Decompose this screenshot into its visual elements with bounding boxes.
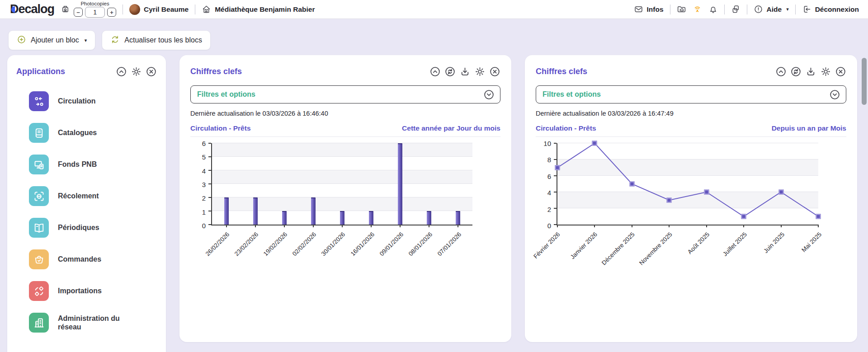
photocopies-increment-button[interactable]: + xyxy=(107,8,116,17)
caret-down-icon: ▾ xyxy=(786,6,789,12)
app-item-admin-reseau[interactable]: Administration du réseau xyxy=(16,307,157,338)
chart-period-selector[interactable]: Cette année par Jour du mois xyxy=(402,124,500,132)
link-icon[interactable] xyxy=(731,5,741,14)
infos-button[interactable]: Infos xyxy=(634,5,664,14)
app-item-recolement[interactable]: Récolement xyxy=(16,180,157,212)
bell-icon[interactable] xyxy=(708,5,718,14)
app-item-catalogues[interactable]: Catalogues xyxy=(16,117,157,149)
logout-icon xyxy=(802,5,811,14)
bar-02/02/2026[interactable] xyxy=(311,197,316,225)
app-item-periodiques[interactable]: Périodiques xyxy=(16,212,157,244)
current-user[interactable]: Cyril Beaume xyxy=(129,4,189,15)
y-tick xyxy=(554,143,557,144)
broadcast-icon[interactable] xyxy=(693,5,702,14)
app-item-label: Catalogues xyxy=(58,128,97,137)
point-Novembre 2025[interactable] xyxy=(667,198,672,203)
scrollbar-thumb[interactable] xyxy=(862,58,867,105)
panel-title: Chiffres clefs xyxy=(536,67,587,76)
deconnexion-button[interactable]: Déconnexion xyxy=(802,5,859,14)
decalog-logo[interactable]: Decalog xyxy=(9,2,54,16)
gridline xyxy=(212,143,472,143)
deconnexion-label: Déconnexion xyxy=(815,5,859,14)
chart-series-label: Circulation - Prêts xyxy=(536,124,596,132)
collapse-icon[interactable] xyxy=(775,66,787,77)
y-tick-label: 3 xyxy=(202,181,206,188)
chevron-down-icon xyxy=(829,89,840,100)
bar-26/02/2026[interactable] xyxy=(224,197,229,225)
bar-23/02/2026[interactable] xyxy=(253,197,258,225)
filters-accordion[interactable]: Filtres et options xyxy=(536,85,846,103)
collapse-icon[interactable] xyxy=(429,66,441,77)
refresh-all-blocks-button[interactable]: Actualiser tous les blocs xyxy=(102,30,211,50)
app-item-label: Circulation xyxy=(58,97,96,105)
refresh-circle-icon[interactable] xyxy=(790,66,802,77)
y-tick xyxy=(554,192,557,192)
settings-icon[interactable] xyxy=(474,66,486,77)
close-icon[interactable] xyxy=(146,66,157,77)
point-Août 2025[interactable] xyxy=(704,190,709,195)
y-tick-label: 2 xyxy=(202,194,206,202)
x-tick-label: 09/01/2026 xyxy=(378,231,405,257)
alert-circle-icon xyxy=(754,5,763,14)
filters-label: Filtres et options xyxy=(542,90,601,99)
app-item-importations[interactable]: Importations xyxy=(16,275,157,307)
close-icon[interactable] xyxy=(835,66,846,77)
bar-09/01/2026[interactable] xyxy=(398,143,402,225)
photocopies-stepper: Photocopies − + xyxy=(61,1,116,18)
x-tick-label: 30/01/2026 xyxy=(320,231,346,257)
app-item-label: Récolement xyxy=(58,192,99,200)
library-name: Médiathèque Benjamin Rabier xyxy=(215,5,315,14)
app-item-fonds-pnb[interactable]: Fonds PNB xyxy=(16,149,157,180)
point-Janvier 2026[interactable] xyxy=(592,141,597,146)
bar-16/01/2026[interactable] xyxy=(369,211,373,225)
last-update-text: Dernière actualisation le 03/03/2026 à 1… xyxy=(536,110,846,117)
point-Février 2026[interactable] xyxy=(555,165,560,170)
bar-30/01/2026[interactable] xyxy=(340,211,344,225)
bar-07/01/2026[interactable] xyxy=(456,211,460,225)
fonds-pnb-icon xyxy=(29,155,49,174)
y-tick xyxy=(554,175,557,176)
add-block-button[interactable]: Ajouter un bloc ▾ xyxy=(8,30,95,50)
gridline xyxy=(212,197,472,197)
point-Mai 2025[interactable] xyxy=(816,214,821,219)
x-tick-label: Mai 2025 xyxy=(801,231,823,253)
chart-period-selector[interactable]: Depuis un an par Mois xyxy=(772,124,846,132)
settings-icon[interactable] xyxy=(820,66,831,77)
collapse-icon[interactable] xyxy=(116,66,127,77)
user-name: Cyril Beaume xyxy=(144,5,189,14)
app-item-circulation[interactable]: Circulation xyxy=(16,85,157,117)
bar-08/01/2026[interactable] xyxy=(427,211,431,225)
filters-label: Filtres et options xyxy=(197,90,255,99)
y-tick xyxy=(554,208,557,209)
point-Décembre 2025[interactable] xyxy=(629,182,634,187)
y-tick xyxy=(208,170,211,171)
gridline xyxy=(212,156,472,157)
y-tick xyxy=(208,156,211,157)
download-icon[interactable] xyxy=(805,66,816,77)
prets-bar-chart: 012345626/02/202623/02/202619/02/202602/… xyxy=(190,143,500,273)
folder-cloud-icon[interactable] xyxy=(677,5,686,14)
photocopies-count-input[interactable] xyxy=(85,7,105,18)
applications-panel-title: Applications xyxy=(16,67,65,76)
app-item-commandes[interactable]: Commandes xyxy=(16,244,157,275)
y-tick xyxy=(208,224,211,225)
download-icon[interactable] xyxy=(459,66,471,77)
point-Juin 2025[interactable] xyxy=(778,190,783,195)
filters-accordion[interactable]: Filtres et options xyxy=(190,85,500,103)
photocopies-decrement-button[interactable]: − xyxy=(74,8,83,17)
panel-title: Chiffres clefs xyxy=(190,67,242,76)
current-library[interactable]: Médiathèque Benjamin Rabier xyxy=(202,5,315,14)
plus-circle-icon xyxy=(17,35,26,46)
app-item-label: Fonds PNB xyxy=(58,160,97,169)
home-icon xyxy=(202,5,211,14)
bar-19/02/2026[interactable] xyxy=(282,211,287,225)
aide-menu[interactable]: Aide ▾ xyxy=(754,5,789,14)
caret-down-icon: ▾ xyxy=(85,38,87,43)
point-Juillet 2025[interactable] xyxy=(741,214,746,219)
x-tick-label: 19/02/2026 xyxy=(262,231,288,257)
refresh-all-label: Actualiser tous les blocs xyxy=(124,36,202,44)
last-update-text: Dernière actualisation le 03/03/2026 à 1… xyxy=(190,110,500,117)
settings-icon[interactable] xyxy=(131,66,142,77)
refresh-circle-icon[interactable] xyxy=(444,66,456,77)
close-icon[interactable] xyxy=(489,66,500,77)
